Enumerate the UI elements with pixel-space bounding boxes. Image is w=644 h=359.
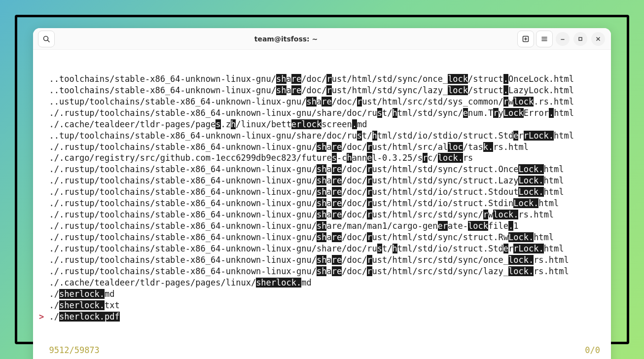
result-line[interactable]: ..ustup/toolchains/stable-x86_64-unknown… xyxy=(39,96,605,108)
result-line[interactable]: ./.rustup/toolchains/stable-x86_64-unkno… xyxy=(39,232,605,243)
selection-pointer-icon: > xyxy=(39,312,44,322)
terminal-window: team@itsfoss: ~ ..tool xyxy=(33,28,611,359)
match-highlight: h xyxy=(393,108,397,118)
match-highlight: re xyxy=(332,232,342,242)
match-highlight: sh xyxy=(306,97,316,107)
result-line[interactable]: ..toolchains/stable-x86_64-unknown-linux… xyxy=(39,85,605,96)
match-highlight: r xyxy=(326,74,331,84)
result-line-selected[interactable]: > ./sherlock.pdf xyxy=(39,311,605,323)
titlebar: team@itsfoss: ~ xyxy=(33,28,611,50)
maximize-icon xyxy=(577,36,583,42)
match-highlight: r xyxy=(367,266,372,276)
match-highlight: sherlock. xyxy=(59,300,105,310)
result-line[interactable]: ./.rustup/toolchains/stable-x86_64-unkno… xyxy=(39,209,605,220)
match-highlight: e xyxy=(513,131,518,141)
result-line[interactable]: ./sherlock.md xyxy=(39,288,605,300)
match-counter: 9512/59873 xyxy=(49,345,99,355)
match-highlight: re xyxy=(291,85,301,95)
match-highlight: . xyxy=(503,74,508,84)
match-highlight: re xyxy=(332,142,342,152)
match-highlight: re xyxy=(332,198,342,208)
match-highlight: re xyxy=(291,74,301,84)
match-highlight: lock. xyxy=(508,266,534,276)
match-highlight: lock. xyxy=(508,255,534,265)
match-highlight: r xyxy=(524,131,529,141)
selection-counter: 0/0 xyxy=(585,345,605,356)
result-line[interactable]: ./.rustup/toolchains/stable-x86_64-unkno… xyxy=(39,142,605,153)
match-highlight: re xyxy=(322,97,331,107)
match-highlight: s xyxy=(377,244,382,253)
match-highlight: lock xyxy=(448,85,468,95)
new-tab-button[interactable] xyxy=(517,31,534,47)
match-highlight: h xyxy=(231,119,236,129)
match-highlight: . xyxy=(549,108,554,118)
match-highlight: Lock. xyxy=(513,198,538,208)
match-highlight: lock. xyxy=(438,153,463,163)
match-highlight: sherlock. xyxy=(59,312,105,322)
result-line[interactable]: ./.rustup/toolchains/stable-x86_64-unkno… xyxy=(39,254,605,266)
match-highlight: r xyxy=(367,164,372,174)
match-highlight: re xyxy=(332,266,342,276)
result-line[interactable]: ./.rustup/toolchains/stable-x86_64-unkno… xyxy=(39,266,605,277)
match-highlight: s xyxy=(215,119,220,129)
match-highlight: Lock. xyxy=(518,187,543,197)
match-highlight: sh xyxy=(317,221,326,231)
match-highlight: re xyxy=(332,164,342,174)
search-button[interactable] xyxy=(38,31,55,47)
match-highlight: re xyxy=(332,187,342,197)
match-highlight: r xyxy=(367,142,372,152)
match-highlight: sh xyxy=(317,142,326,152)
match-highlight: . xyxy=(352,119,357,129)
svg-rect-9 xyxy=(579,37,582,40)
result-line[interactable]: ./.cargo/registry/src/github.com-1ecc629… xyxy=(39,152,605,164)
match-highlight: Lock. xyxy=(529,131,554,141)
match-highlight: s xyxy=(332,153,337,163)
result-line[interactable]: ./.rustup/toolchains/stable-x86_64-unkno… xyxy=(39,198,605,209)
fzf-result-list: ..toolchains/stable-x86_64-unknown-linux… xyxy=(39,73,605,323)
match-highlight: sh xyxy=(317,210,326,219)
result-line[interactable]: ./.cache/tealdeer/tldr-pages/pages.zh/li… xyxy=(39,119,605,130)
new-tab-icon xyxy=(522,35,530,43)
result-line[interactable]: ./.rustup/toolchains/stable-x86_64-unkno… xyxy=(39,175,605,186)
match-highlight: Lock. xyxy=(518,176,543,185)
match-highlight: Lock. xyxy=(508,232,534,242)
match-highlight: lock. xyxy=(493,210,518,219)
match-highlight: r xyxy=(483,210,488,219)
result-line[interactable]: ./.rustup/toolchains/stable-x86_64-unkno… xyxy=(39,243,605,254)
result-line[interactable]: ./.rustup/toolchains/stable-x86_64-unkno… xyxy=(39,108,605,119)
match-highlight: r xyxy=(503,97,508,107)
match-highlight: r xyxy=(326,85,331,95)
result-line[interactable]: ./.rustup/toolchains/stable-x86_64-unkno… xyxy=(39,186,605,198)
match-highlight: r xyxy=(367,232,372,242)
match-highlight: lock xyxy=(448,74,468,84)
maximize-button[interactable] xyxy=(573,32,587,46)
match-highlight: sherlock. xyxy=(256,278,301,287)
match-highlight: er xyxy=(438,221,448,231)
minimize-icon xyxy=(560,36,566,42)
match-highlight: sh xyxy=(317,198,326,208)
match-highlight: r xyxy=(423,153,428,163)
match-highlight: sh xyxy=(317,266,326,276)
result-line[interactable]: ..toolchains/stable-x86_64-unknown-linux… xyxy=(39,73,605,85)
svg-line-1 xyxy=(48,40,50,42)
screenshot-frame: team@itsfoss: ~ ..tool xyxy=(15,15,629,344)
result-line[interactable]: ./.cache/tealdeer/tldr-pages/pages/linux… xyxy=(39,277,605,288)
result-line[interactable]: ..tup/toolchains/stable-x86_64-unknown-l… xyxy=(39,130,605,142)
result-line[interactable]: ./.rustup/toolchains/stable-x86_64-unkno… xyxy=(39,164,605,175)
result-line[interactable]: ./.rustup/toolchains/stable-x86_64-unkno… xyxy=(39,220,605,232)
match-highlight: sh xyxy=(317,164,326,174)
window-title: team@itsfoss: ~ xyxy=(56,35,516,43)
result-line[interactable]: ./sherlock.txt xyxy=(39,300,605,311)
terminal-output[interactable]: ..toolchains/stable-x86_64-unknown-linux… xyxy=(33,50,611,359)
match-highlight: re xyxy=(332,176,342,185)
match-highlight: r xyxy=(367,210,372,219)
match-highlight: sh xyxy=(276,85,286,95)
minimize-button[interactable] xyxy=(556,32,570,46)
match-highlight: h xyxy=(347,153,352,163)
match-highlight: e xyxy=(503,244,508,253)
menu-button[interactable] xyxy=(536,31,553,47)
close-button[interactable] xyxy=(591,32,605,46)
match-highlight: e xyxy=(463,108,468,118)
match-highlight: Lock. xyxy=(518,244,543,253)
match-highlight: . xyxy=(503,85,508,95)
